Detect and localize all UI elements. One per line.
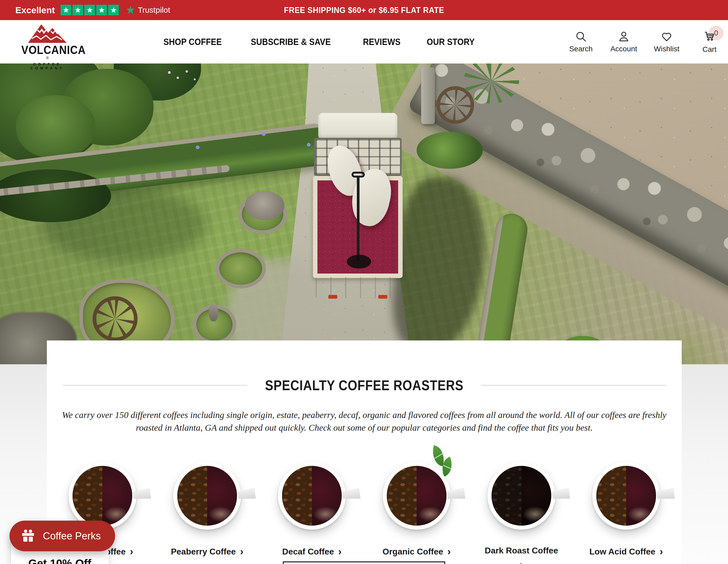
account-label: Account [610, 45, 637, 53]
section-title: SPECIALTY COFFEE ROASTERS [265, 377, 463, 393]
shipping-message: FREE SHIPPING $60+ or $6.95 FLAT RATE [284, 5, 444, 15]
category-peaberry-coffee[interactable]: Peaberry Coffee› [155, 451, 260, 564]
coffee-cup-graphic [278, 462, 346, 530]
logo-tagline: COFFEE COMPANY [17, 62, 78, 70]
hero-image [0, 63, 728, 364]
truck-tailgate [316, 277, 400, 298]
search-icon [575, 30, 587, 43]
category-dark-roast-coffee[interactable]: Dark Roast Coffee› [469, 451, 574, 564]
chevron-right-icon: › [240, 544, 243, 559]
star-icon: ★ [61, 5, 71, 15]
header-actions: Search Account Wishlist 0 Cart [566, 20, 724, 63]
truck-tail-light [328, 295, 337, 299]
coffee-cup-graphic [592, 462, 660, 530]
wishlist-label: Wishlist [654, 45, 679, 53]
nav-our-story[interactable]: OUR STORY [427, 37, 481, 47]
category-label: Decaf Coffee [282, 547, 334, 556]
announcement-bar: Excellent ★ ★ ★ ★ ★ ★ Trustpilot FREE SH… [0, 0, 728, 20]
coffee-cup-graphic [383, 462, 451, 530]
hero-fern-clump [417, 132, 483, 169]
site-header: VOLCANICA® COFFEE COMPANY SHOP COFFEE SU… [0, 20, 728, 63]
truck-cab-roof [318, 113, 397, 139]
account-icon [618, 30, 630, 43]
heading-divider [481, 385, 666, 386]
category-label: Low Acid Coffee [589, 547, 655, 556]
coffee-perks-button[interactable]: Coffee Perks [10, 521, 115, 551]
coffee-cup-graphic [488, 462, 555, 530]
hero-rusty-wheel [93, 296, 138, 341]
logo-wordmark: VOLCANICA [21, 44, 86, 56]
truck-tail-light [378, 295, 387, 299]
main-nav: SHOP COFFEE SUBSCRIBE & SAVE REVIEWS OUR… [163, 20, 481, 63]
hero-garden-bed [216, 249, 266, 288]
coffee-cup-graphic [173, 462, 241, 530]
view-all-coffees-button[interactable] [283, 561, 445, 564]
star-icon: ★ [72, 5, 83, 15]
star-icon: ★ [108, 5, 119, 15]
cart-button[interactable]: 0 Cart [695, 30, 724, 54]
category-organic-coffee[interactable]: Organic Coffee› [364, 451, 469, 564]
coffee-cup-graphic [69, 462, 136, 530]
category-label: Dark Roast Coffee [485, 546, 558, 555]
trustpilot-label: Trustpilot [138, 6, 170, 15]
hero-wooden-post [421, 67, 435, 124]
chevron-right-icon: › [485, 558, 558, 564]
perks-popup-title: Get 10% Off [28, 557, 91, 564]
star-icon: ★ [84, 5, 95, 15]
truck-shovel [347, 255, 371, 269]
hero-truck [313, 113, 403, 298]
perks-button-label: Coffee Perks [43, 530, 101, 542]
category-label: Peaberry Coffee [171, 547, 236, 556]
section-description: We carry over 150 different coffees incl… [60, 409, 668, 434]
nav-reviews[interactable]: REVIEWS [363, 37, 406, 47]
hero-blue-flower [196, 145, 199, 149]
account-button[interactable]: Account [609, 30, 639, 53]
nav-subscribe-save[interactable]: SUBSCRIBE & SAVE [251, 37, 342, 47]
rating-label: Excellent [15, 5, 55, 15]
trustpilot-logo: ★ Trustpilot [126, 4, 170, 16]
cart-label: Cart [703, 45, 717, 54]
cart-icon [703, 30, 716, 42]
gift-icon [21, 529, 35, 543]
heart-icon [661, 30, 673, 43]
trustpilot-rating[interactable]: Excellent ★ ★ ★ ★ ★ ★ Trustpilot [15, 0, 170, 20]
category-low-acid-coffee[interactable]: Low Acid Coffee› [574, 451, 679, 564]
hero-stone-mound [245, 191, 284, 220]
volcanica-logo[interactable]: VOLCANICA® COFFEE COMPANY [17, 22, 78, 70]
specialty-section-card: SPECIALTY COFFEE ROASTERS We carry over … [47, 340, 682, 564]
hero-tree [16, 95, 95, 159]
hero-flowers [164, 66, 204, 90]
chevron-right-icon: › [447, 544, 451, 559]
mountain-logo-icon [25, 22, 70, 43]
star-icon: ★ [96, 5, 107, 15]
category-row: Estate Coffee› Peaberry Coffee› [47, 451, 682, 564]
wishlist-button[interactable]: Wishlist [652, 30, 681, 53]
chevron-right-icon: › [659, 544, 663, 559]
chevron-right-icon: › [338, 544, 342, 559]
section-heading-row: SPECIALTY COFFEE ROASTERS [47, 377, 682, 393]
hero-blue-flower [307, 143, 311, 147]
heading-divider [63, 385, 247, 386]
category-label: Organic Coffee [383, 547, 443, 556]
category-decaf-coffee[interactable]: Decaf Coffee› [260, 451, 364, 564]
hero-blue-flower [262, 132, 266, 136]
trustpilot-star-icon: ★ [126, 4, 136, 16]
trustpilot-stars: ★ ★ ★ ★ ★ [61, 5, 119, 15]
hero-standing-stone [209, 303, 218, 321]
search-button[interactable]: Search [566, 30, 596, 53]
search-label: Search [569, 45, 593, 53]
chevron-right-icon: › [130, 544, 133, 559]
truck-shovel [357, 176, 360, 261]
nav-shop-coffee[interactable]: SHOP COFFEE [163, 37, 230, 47]
